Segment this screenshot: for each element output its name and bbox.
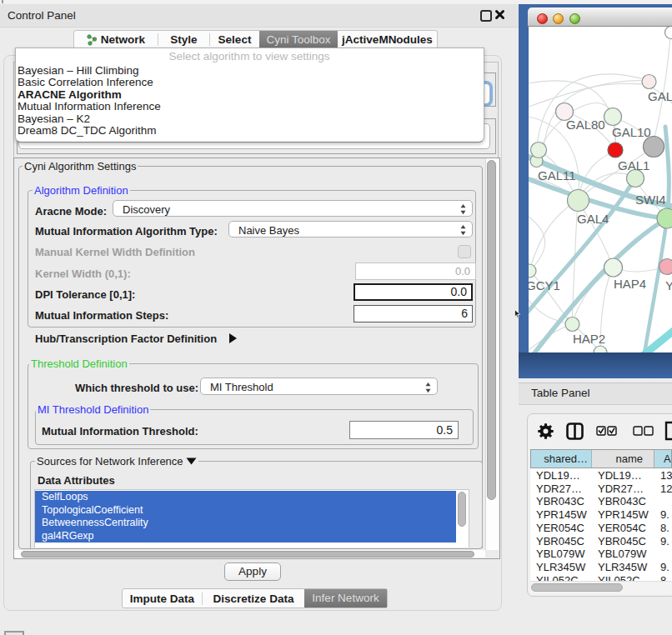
svg-text:GAL10: GAL10 — [612, 125, 651, 139]
svg-text:GAL11: GAL11 — [538, 168, 576, 182]
svg-text:SWI4: SWI4 — [635, 192, 666, 207]
svg-text:HAP2: HAP2 — [573, 332, 605, 346]
svg-text:GAL1: GAL1 — [618, 158, 649, 172]
svg-text:GAL4: GAL4 — [577, 212, 609, 226]
svg-text:GAL: GAL — [648, 89, 672, 103]
svg-text:Y: Y — [665, 278, 672, 292]
svg-text:GCY1: GCY1 — [529, 278, 560, 292]
svg-text:GAL80: GAL80 — [566, 118, 605, 132]
svg-text:HAP4: HAP4 — [614, 277, 646, 291]
